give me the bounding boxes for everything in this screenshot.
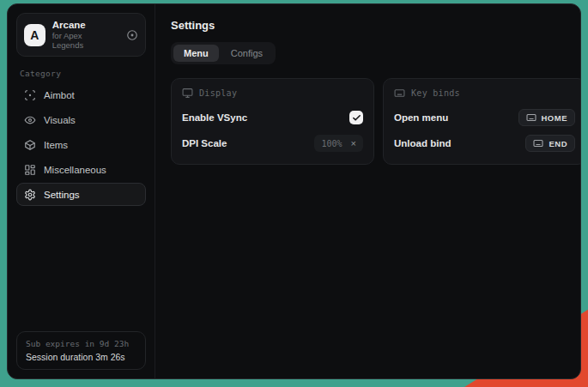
- session-duration-text: Session duration 3m 26s: [26, 352, 136, 362]
- app-title: Arcane: [52, 20, 112, 30]
- sidebar-item-visuals[interactable]: Visuals: [16, 108, 146, 131]
- main-content: Settings Menu Configs Display Enable VSy…: [155, 4, 581, 378]
- gear-icon: [24, 189, 36, 201]
- vsync-label: Enable VSync: [182, 112, 247, 123]
- dpi-scale-input[interactable]: 100% ×: [314, 135, 363, 152]
- dpi-label: DPI Scale: [182, 138, 227, 148]
- keyboard-icon: [394, 88, 405, 99]
- check-icon: [352, 113, 361, 123]
- keybinds-card-header: Key binds: [394, 88, 575, 99]
- clear-icon[interactable]: ×: [351, 139, 356, 148]
- vsync-checkbox[interactable]: [349, 111, 363, 124]
- sidebar-item-label: Miscellaneous: [44, 165, 106, 175]
- open-menu-key-value: HOME: [542, 113, 568, 123]
- open-menu-row: Open menu HOME: [394, 107, 575, 128]
- crosshair-icon: [24, 89, 36, 101]
- settings-cards: Display Enable VSync DPI Scale 100% ×: [171, 78, 581, 165]
- sub-expiry-text: Sub expires in 9d 23h: [26, 339, 136, 348]
- tab-bar: Menu Configs: [171, 42, 276, 64]
- eye-icon: [24, 114, 36, 126]
- category-label: Category: [20, 69, 144, 78]
- dpi-row: DPI Scale 100% ×: [182, 133, 363, 154]
- display-card-header: Display: [182, 88, 363, 99]
- unload-keybind-button[interactable]: END: [525, 135, 575, 152]
- tab-menu[interactable]: Menu: [173, 45, 219, 62]
- unload-bind-row: Unload bind END: [394, 133, 575, 154]
- vsync-row: Enable VSync: [182, 107, 363, 128]
- open-menu-keybind-button[interactable]: HOME: [518, 109, 576, 126]
- display-card-title: Display: [199, 88, 237, 98]
- tab-configs[interactable]: Configs: [221, 45, 273, 62]
- dpi-scale-value: 100%: [321, 139, 342, 148]
- app-subtitle: for Apex Legends: [52, 31, 112, 50]
- sidebar-item-label: Items: [44, 140, 68, 150]
- target-icon[interactable]: [126, 29, 138, 41]
- sidebar-item-label: Aimbot: [44, 90, 75, 100]
- sidebar-item-settings[interactable]: Settings: [16, 183, 146, 206]
- package-icon: [24, 139, 36, 151]
- keybinds-card-title: Key binds: [411, 88, 460, 98]
- unload-key-value: END: [549, 139, 567, 148]
- app-window: A Arcane for Apex Legends Category Aimbo…: [7, 3, 581, 379]
- sidebar: A Arcane for Apex Legends Category Aimbo…: [8, 4, 155, 378]
- keybinds-card: Key binds Open menu HOME Unload bind: [383, 78, 581, 165]
- sidebar-item-aimbot[interactable]: Aimbot: [16, 83, 146, 106]
- sidebar-item-label: Visuals: [44, 115, 76, 125]
- monitor-icon: [182, 88, 193, 99]
- page-title: Settings: [171, 19, 581, 32]
- sidebar-item-items[interactable]: Items: [16, 133, 146, 156]
- sidebar-item-label: Settings: [44, 190, 80, 200]
- display-card: Display Enable VSync DPI Scale 100% ×: [171, 78, 374, 165]
- brand-card: A Arcane for Apex Legends: [16, 13, 146, 57]
- keyboard-icon: [526, 112, 536, 123]
- keyboard-icon: [533, 138, 543, 148]
- sidebar-item-miscellaneous[interactable]: Miscellaneous: [16, 158, 146, 181]
- subscription-info-card: Sub expires in 9d 23h Session duration 3…: [16, 331, 146, 370]
- app-logo: A: [24, 24, 45, 46]
- brand-text: Arcane for Apex Legends: [52, 20, 112, 50]
- unload-bind-label: Unload bind: [394, 138, 451, 148]
- sidebar-nav: Aimbot Visuals Items Miscellaneous: [16, 83, 146, 206]
- dashboard-icon: [24, 164, 36, 176]
- open-menu-label: Open menu: [394, 112, 448, 123]
